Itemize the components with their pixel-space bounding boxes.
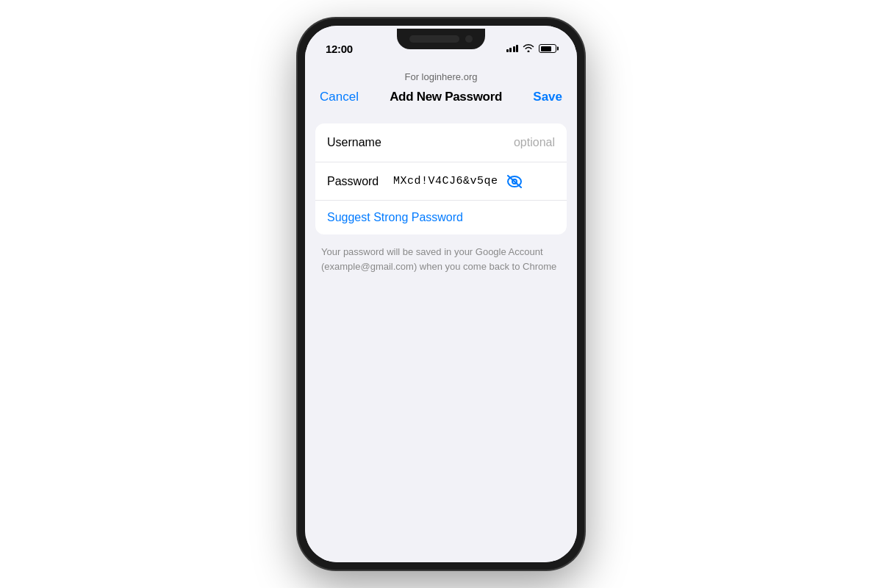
password-row[interactable]: Password MXcd!V4CJ6&v5qe [315,162,567,200]
phone-screen: 12:00 [305,26,577,562]
username-row[interactable]: Username optional [315,123,567,162]
password-label: Password [327,175,393,188]
sheet-header: For loginhere.org Cancel Add New Passwor… [305,62,577,113]
battery-icon [539,44,556,53]
username-input[interactable]: optional [393,136,555,149]
notch-pill [409,35,459,43]
for-url-label: For loginhere.org [320,71,562,82]
website-url: loginhere.org [422,71,478,82]
save-button[interactable]: Save [533,90,562,104]
status-icons [506,43,557,54]
cancel-button[interactable]: Cancel [320,90,359,104]
form-card: Username optional Password MXcd!V4CJ6&v5… [315,123,567,234]
sheet-area: For loginhere.org Cancel Add New Passwor… [305,62,577,562]
sheet-title: Add New Password [390,90,502,104]
suggest-password-row[interactable]: Suggest Strong Password [315,200,567,234]
username-label: Username [327,136,393,149]
for-prefix: For [404,71,421,82]
notch-camera [465,35,473,43]
password-value: MXcd!V4CJ6&v5qe [393,175,498,187]
status-time: 12:00 [326,43,353,55]
phone-notch [397,29,485,49]
phone-device: 12:00 [298,18,584,570]
suggest-password-button[interactable]: Suggest Strong Password [327,211,463,224]
footer-note: Your password will be saved in your Goog… [321,245,561,273]
toggle-password-icon[interactable] [506,175,523,188]
sheet-nav: Cancel Add New Password Save [320,87,562,107]
signal-bars-icon [506,45,519,52]
wifi-icon [523,43,534,54]
